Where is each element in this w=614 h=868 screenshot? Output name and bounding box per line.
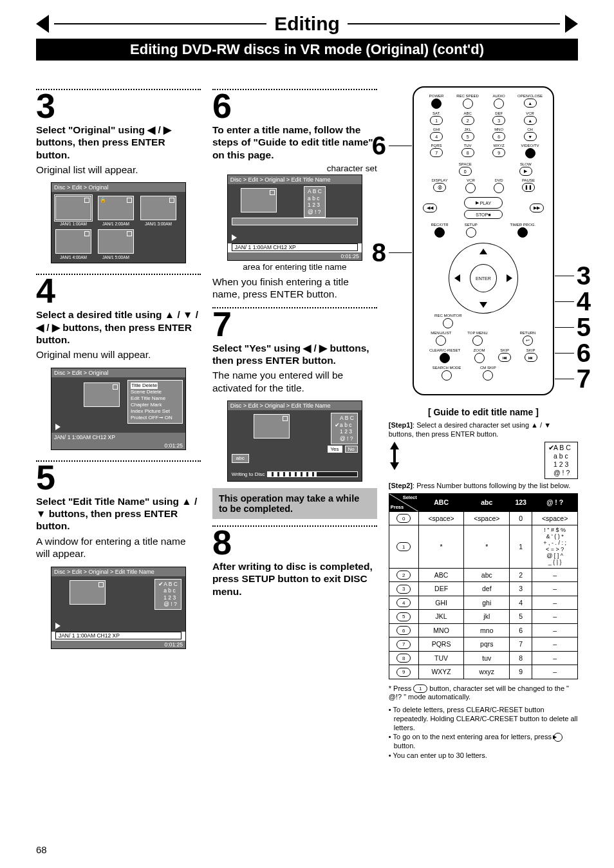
table-cell: <space> <box>532 511 578 525</box>
charset-row: 1 2 3 <box>308 202 320 208</box>
remote-menulist <box>436 335 446 346</box>
remote-control-illustration: POWER REC SPEED AUDIO OPEN/CLOSE▲ SAT.1 … <box>413 86 554 395</box>
table-cell: 5 <box>510 610 532 624</box>
charset-row: a b c <box>340 422 351 428</box>
charset-row: @ ! ? <box>163 601 176 607</box>
table-cell: ABC <box>418 568 464 582</box>
osd-breadcrumb: Disc > Edit > Original <box>51 183 185 192</box>
table-cell: 6 <box>510 623 532 637</box>
remote-label: DVD <box>495 178 503 182</box>
osd-charset-box: A B C ✔a b c 1 2 3 @ ! ? <box>331 413 358 444</box>
page-subtitle: Editing DVD-RW discs in VR mode (Origina… <box>36 39 578 61</box>
yes-button: Yes <box>328 446 342 453</box>
remote-pause: ❚❚ <box>522 183 535 192</box>
charset-row: a b c <box>554 452 568 460</box>
remote-num-8: 8 <box>461 148 474 157</box>
thumb-caption: JAN/1 1:00AM <box>56 222 91 226</box>
table-cell: ! " # $ % & ' ( ) * + , - . / : ; < = > … <box>532 525 578 568</box>
osd-entry-field: JAN/ 1 1:00AM CH12 XP <box>232 243 358 251</box>
table-key-cell: 5 <box>389 610 418 624</box>
remote-slow: ▶ <box>519 167 532 176</box>
note-box: This operation may take a while to be co… <box>212 488 377 519</box>
charset-row: A B C <box>554 444 571 451</box>
remote-play: ▶ PLAY <box>464 197 503 209</box>
remote-num-1: 1 <box>430 116 443 125</box>
step-label: [Step1] <box>389 421 413 429</box>
remote-num-4: 4 <box>430 132 443 141</box>
remote-num-3: 3 <box>492 116 505 125</box>
remote-label: SKIP <box>526 348 535 352</box>
bullet-item: To delete letters, press CLEAR/C-RESET b… <box>389 706 578 732</box>
step-body: The name you entered will be activated f… <box>212 369 377 394</box>
key-1-icon: 1 <box>413 684 427 693</box>
chevron-right-icon <box>565 15 578 33</box>
up-down-arrow-icon <box>389 442 400 470</box>
step-number: 8 <box>212 528 377 558</box>
table-header: @ ! ? <box>532 493 578 511</box>
table-cell: – <box>532 665 578 679</box>
remote-label: CM SKIP <box>480 366 496 370</box>
bullet-item: You can enter up to 30 letters. <box>389 751 578 760</box>
table-cell: TUV <box>418 651 464 665</box>
table-header: ABC <box>418 493 464 511</box>
table-key-cell: 7 <box>389 637 418 652</box>
charset-row: 1 2 3 <box>163 594 176 601</box>
osd-context-menu: Title Delete Scene Delete Edit Title Nam… <box>127 380 183 424</box>
table-cell: – <box>532 623 578 637</box>
table-cell: <space> <box>464 511 510 525</box>
osd-charset-box: A B C a b c 1 2 3 @ ! ? <box>304 186 326 218</box>
table-header: abc <box>464 493 510 511</box>
column-right: POWER REC SPEED AUDIO OPEN/CLOSE▲ SAT.1 … <box>389 86 578 761</box>
remote-videotv <box>525 148 535 158</box>
table-cell: GHI <box>418 596 464 610</box>
charset-row: @ ! ? <box>340 435 353 442</box>
play-label: PLAY <box>480 201 491 205</box>
charset-row: A B C <box>163 581 178 587</box>
table-cell: DEF <box>418 582 464 596</box>
charset-row: A B C <box>308 188 322 194</box>
remote-rew: ◀◀ <box>423 203 437 212</box>
menu-item: Edit Title Name <box>131 395 180 402</box>
table-cell: – <box>532 568 578 582</box>
remote-setup <box>466 227 476 238</box>
osd-timecode: 0:01:25 <box>228 252 362 260</box>
thumb-caption: JAN/1 4:00AM <box>56 255 91 259</box>
remote-ch-down: ▼ <box>524 132 537 141</box>
table-cell: abc <box>464 568 510 582</box>
remote-label: SPACE <box>459 162 472 166</box>
page-title: Editing <box>272 13 342 35</box>
table-key-cell: 1 <box>389 525 418 568</box>
table-cell: 4 <box>510 596 532 610</box>
menu-item: Scene Delete <box>131 389 180 395</box>
table-cell: – <box>532 610 578 624</box>
column-middle: 6 To enter a title name, follow the step… <box>212 86 377 600</box>
remote-label: TIMER PROG. <box>510 223 536 227</box>
table-cell: 2 <box>510 568 532 582</box>
guide-step2: [Step2]: Press Number buttons following … <box>389 482 578 491</box>
step-heading: To enter a title name, follow the steps … <box>212 124 377 161</box>
remote-skip-next: ⏭ <box>525 353 537 362</box>
remote-label: VIDEO/TV <box>521 144 539 147</box>
callout-3: 3 <box>555 261 591 290</box>
osd-breadcrumb: Disc > Edit > Original > Edit Title Name <box>228 175 362 184</box>
step-number: 3 <box>36 91 201 121</box>
charset-row: @ ! ? <box>554 469 570 476</box>
remote-dpad: ENTER <box>449 243 518 314</box>
remote-vcr-up: ▲ <box>524 116 537 125</box>
osd-edit-title-entry: Disc > Edit > Original > Edit Title Name… <box>51 567 186 649</box>
table-cell: def <box>464 582 510 596</box>
table-key-cell: 8 <box>389 651 418 665</box>
osd-entry-field: JAN/ 1 1:00AM CH12 XP <box>55 632 181 639</box>
remote-label: SLOW <box>520 162 532 166</box>
callout-5: 5 <box>555 313 591 342</box>
table-cell: pqrs <box>464 637 510 652</box>
step-heading: After writing to disc is completed, pres… <box>212 560 377 598</box>
remote-label: SAT. <box>433 111 440 115</box>
remote-vcr <box>465 183 476 193</box>
step-body: Original list will appear. <box>36 164 201 176</box>
remote-num-5: 5 <box>461 132 474 141</box>
remote-label: TUV <box>464 144 472 147</box>
remote-skip-prev: ⏮ <box>498 353 511 362</box>
caption-entry-area: area for entering title name <box>212 262 377 272</box>
table-key-cell: 9 <box>389 665 418 679</box>
